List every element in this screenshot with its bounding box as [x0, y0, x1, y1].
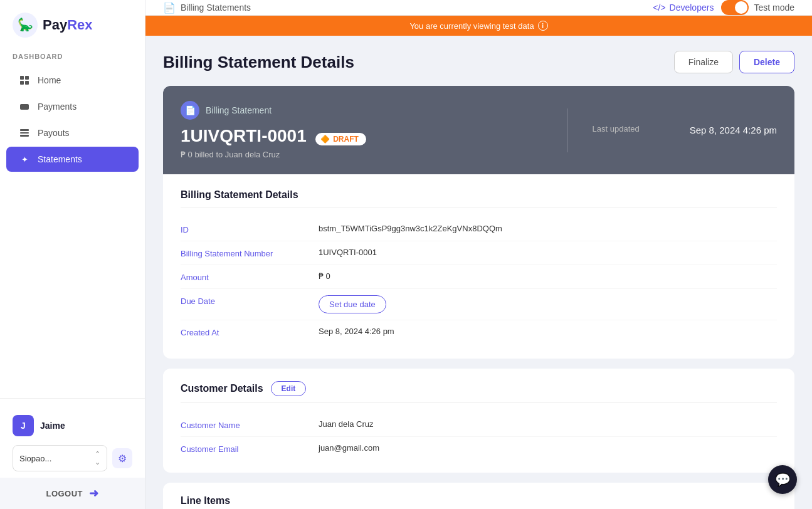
detail-row-due-date: Due Date Set due date — [181, 289, 777, 320]
draft-label: DRAFT — [333, 135, 359, 144]
user-name: Jaime — [40, 421, 65, 431]
statement-number: 1UIVQRTI-0001 — [181, 126, 307, 145]
home-icon — [19, 75, 30, 86]
detail-label-number: Billing Statement Number — [181, 248, 319, 258]
logout-button[interactable]: LOGOUT ➜ — [0, 478, 145, 509]
detail-value-amount: ₱ 0 — [319, 271, 777, 281]
gear-icon: ⚙ — [118, 453, 127, 464]
detail-value-due-date: Set due date — [319, 295, 777, 313]
detail-row-number: Billing Statement Number 1UIVQRTI-0001 — [181, 241, 777, 265]
detail-row-amount: Amount ₱ 0 — [181, 265, 777, 289]
detail-label-due-date: Due Date — [181, 295, 319, 306]
draft-badge: 🔶 DRAFT — [315, 133, 366, 145]
customer-email-row: Customer Email juan@gmail.com — [181, 437, 777, 460]
statement-icon: 📄 — [181, 101, 199, 120]
last-updated-label: Last updated — [593, 124, 640, 134]
breadcrumb-icon: 📄 — [163, 2, 176, 14]
customer-name-value: Juan dela Cruz — [319, 419, 777, 429]
detail-label-id: ID — [181, 224, 319, 234]
test-data-banner: You are currently viewing test data i — [145, 16, 812, 36]
payments-icon — [19, 101, 30, 112]
sidebar-section-label: DASHBOARD — [0, 53, 145, 66]
delete-button[interactable]: Delete — [739, 51, 794, 73]
main-content: 📄 Billing Statements </> Developers Test… — [145, 0, 812, 509]
edit-customer-button[interactable]: Edit — [271, 381, 307, 396]
line-items-title: Line Items — [181, 495, 777, 509]
sidebar-item-label: Payouts — [38, 128, 70, 138]
line-items-section: Line Items Description Quantity Unit Pri… — [163, 483, 794, 509]
chat-icon: 💬 — [775, 472, 791, 487]
avatar: J — [13, 415, 34, 436]
statement-left: 📄 Billing Statement 1UIVQRTI-0001 🔶 DRAF… — [181, 101, 542, 159]
statement-type-row: 📄 Billing Statement — [181, 101, 542, 120]
detail-value-id: bstm_T5WMTiGsP9gg3nw3c1k2ZeKgVNx8DQQm — [319, 224, 777, 233]
workspace-label: Siopao... — [19, 454, 51, 463]
set-due-date-button[interactable]: Set due date — [319, 295, 386, 313]
finalize-button[interactable]: Finalize — [674, 51, 733, 73]
sidebar-bottom: J Jaime Siopao... ⌃⌄ ⚙ — [0, 398, 145, 478]
statement-type-label: Billing Statement — [206, 105, 272, 115]
statement-right: Last updated Sep 8, 2024 4:26 pm — [593, 124, 777, 136]
chat-button[interactable]: 💬 — [768, 465, 797, 494]
code-icon: </> — [653, 3, 665, 13]
customer-details-title: Customer Details — [181, 383, 263, 394]
workspace-row: Siopao... ⌃⌄ ⚙ — [6, 443, 139, 478]
billing-details-title: Billing Statement Details — [181, 189, 777, 207]
page-header: Billing Statement Details Finalize Delet… — [163, 51, 794, 73]
sidebar-item-home[interactable]: Home — [6, 68, 139, 93]
payouts-icon — [19, 127, 30, 139]
logo-text: PayRex — [43, 17, 93, 33]
billing-details-section: Billing Statement Details ID bstm_T5WMTi… — [163, 174, 794, 359]
detail-label-amount: Amount — [181, 271, 319, 282]
statement-card: 📄 Billing Statement 1UIVQRTI-0001 🔶 DRAF… — [163, 86, 794, 174]
detail-row-id: ID bstm_T5WMTiGsP9gg3nw3c1k2ZeKgVNx8DQQm — [181, 218, 777, 241]
breadcrumb-label: Billing Statements — [181, 3, 251, 13]
statement-divider — [567, 108, 567, 152]
sidebar-item-statements[interactable]: ✦ Statements — [6, 147, 139, 172]
logout-icon: ➜ — [89, 486, 99, 500]
sidebar-item-label: Home — [38, 75, 61, 85]
info-icon: i — [538, 21, 548, 31]
sidebar: 🦕 PayRex DASHBOARD Home Payments — [0, 0, 145, 509]
settings-button[interactable]: ⚙ — [112, 448, 132, 468]
page-title: Billing Statement Details — [163, 53, 354, 72]
statements-icon: ✦ — [19, 154, 30, 165]
logo: 🦕 PayRex — [0, 13, 145, 53]
page-content: Billing Statement Details Finalize Delet… — [145, 36, 812, 509]
top-nav-right: </> Developers Test mode — [653, 0, 794, 15]
detail-label-created: Created At — [181, 327, 319, 337]
detail-row-created: Created At Sep 8, 2024 4:26 pm — [181, 320, 777, 344]
workspace-select[interactable]: Siopao... ⌃⌄ — [13, 445, 107, 471]
toggle-track[interactable] — [721, 0, 749, 15]
customer-email-label: Customer Email — [181, 443, 319, 454]
user-row: J Jaime — [6, 409, 139, 443]
customer-email-value: juan@gmail.com — [319, 443, 777, 453]
customer-details-section: Customer Details Edit Customer Name Juan… — [163, 369, 794, 473]
last-updated-block: Last updated — [593, 124, 640, 136]
banner-text: You are currently viewing test data — [409, 21, 534, 31]
sidebar-item-label: Payments — [38, 102, 76, 112]
test-mode-label: Test mode — [754, 3, 794, 13]
top-nav: 📄 Billing Statements </> Developers Test… — [145, 0, 812, 16]
last-updated-value-block: Sep 8, 2024 4:26 pm — [690, 125, 777, 135]
detail-value-number: 1UIVQRTI-0001 — [319, 248, 777, 257]
billed-to: ₱ 0 billed to Juan dela Cruz — [181, 150, 542, 159]
customer-section-header: Customer Details Edit — [181, 381, 777, 403]
last-updated-value: Sep 8, 2024 4:26 pm — [690, 125, 777, 135]
developers-link[interactable]: </> Developers — [653, 3, 714, 13]
customer-name-row: Customer Name Juan dela Cruz — [181, 413, 777, 437]
header-actions: Finalize Delete — [674, 51, 794, 73]
sidebar-item-payouts[interactable]: Payouts — [6, 120, 139, 145]
test-mode-toggle: Test mode — [721, 0, 794, 15]
statement-number-row: 1UIVQRTI-0001 🔶 DRAFT — [181, 126, 542, 146]
sidebar-item-payments[interactable]: Payments — [6, 94, 139, 119]
logo-icon: 🦕 — [13, 13, 38, 38]
sidebar-nav: Home Payments Payouts ✦ — [0, 66, 145, 392]
sidebar-item-label: Statements — [38, 154, 82, 164]
customer-name-label: Customer Name — [181, 419, 319, 430]
toggle-thumb — [735, 1, 747, 14]
breadcrumb: 📄 Billing Statements — [163, 2, 251, 14]
logout-label: LOGOUT — [46, 489, 83, 498]
svg-text:🦕: 🦕 — [18, 17, 33, 32]
detail-value-created: Sep 8, 2024 4:26 pm — [319, 327, 777, 336]
